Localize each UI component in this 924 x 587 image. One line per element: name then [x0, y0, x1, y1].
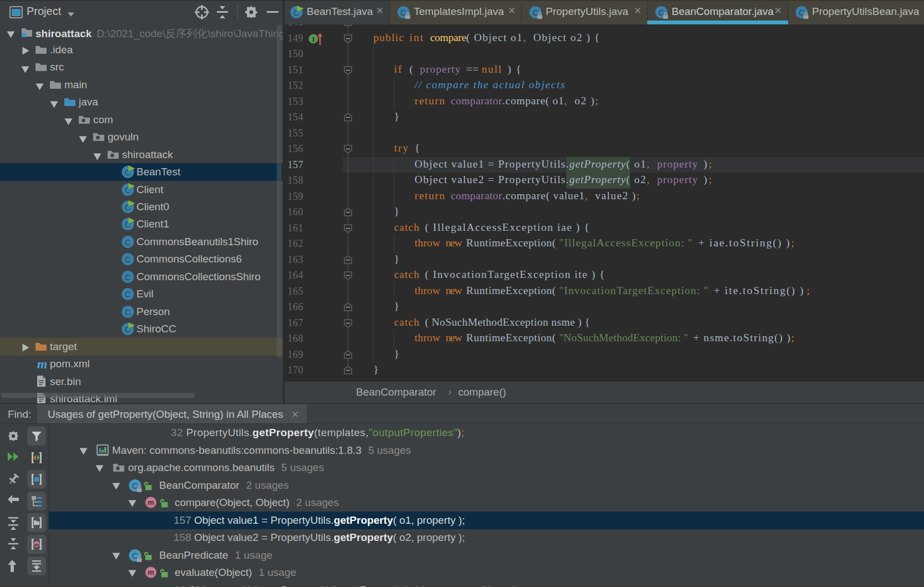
svg-text:m: m [37, 357, 48, 371]
svg-text:I: I [312, 35, 314, 43]
svg-text:m: m [34, 542, 39, 548]
svg-text:C: C [125, 307, 131, 316]
svg-text:m: m [148, 498, 154, 507]
svg-text:C: C [125, 272, 131, 281]
svg-text:C: C [125, 237, 131, 246]
svg-text:C: C [125, 255, 131, 264]
svg-text:C: C [125, 290, 131, 299]
svg-text:m: m [148, 568, 154, 576]
